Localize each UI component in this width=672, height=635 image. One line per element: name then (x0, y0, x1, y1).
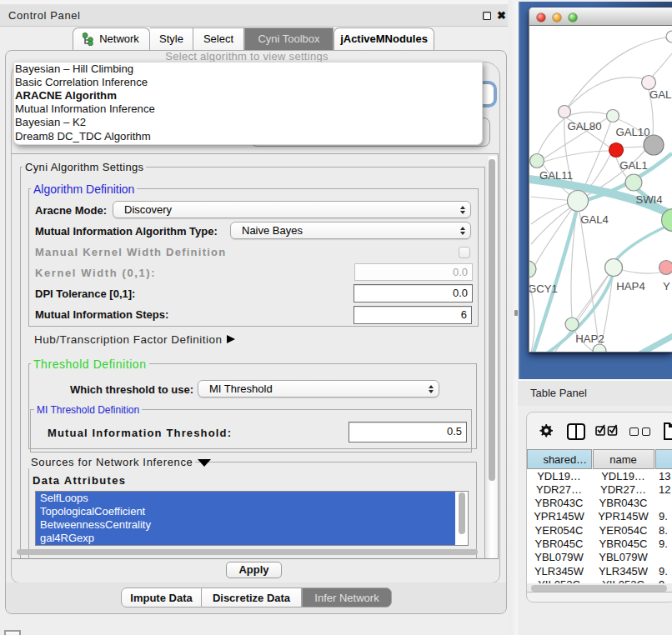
svg-text:HAP4: HAP4 (616, 280, 644, 292)
svg-text:Y: Y (663, 280, 670, 292)
svg-text:HAP2: HAP2 (575, 332, 604, 345)
svg-text:GAL10: GAL10 (615, 126, 649, 138)
svg-text:GAL11: GAL11 (539, 169, 573, 182)
svg-text:GAL2: GAL2 (649, 88, 672, 101)
svg-text:SWI4: SWI4 (635, 193, 662, 206)
svg-text:GAL80: GAL80 (567, 120, 601, 132)
svg-text:GAL4: GAL4 (580, 213, 609, 226)
svg-text:GCY1: GCY1 (529, 282, 558, 295)
svg-text:GAL1: GAL1 (619, 159, 648, 172)
